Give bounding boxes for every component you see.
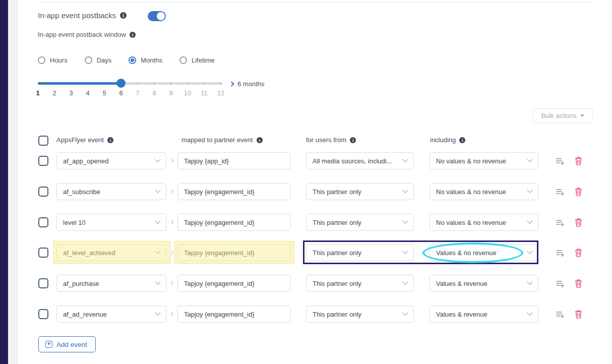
chevron-down-icon	[402, 188, 408, 193]
partner-event-value: Tapjoy {engagement_id}	[184, 311, 255, 318]
delete-row-icon[interactable]	[575, 156, 582, 165]
delete-row-icon[interactable]	[575, 310, 582, 319]
event-value: af_subscribe	[63, 188, 100, 196]
including-dropdown[interactable]: No values & no revenue	[430, 214, 538, 231]
caret-down-icon	[580, 114, 584, 117]
window-slider-handle[interactable]	[116, 79, 126, 88]
slider-dot	[203, 83, 205, 85]
column-header-for-users-from: for users from i	[306, 136, 356, 144]
row-checkbox[interactable]	[38, 217, 48, 227]
column-header-label: for users from	[306, 136, 346, 144]
row-checkbox[interactable]	[38, 156, 48, 166]
row-checkbox[interactable]	[38, 187, 48, 197]
event-dropdown[interactable]: level 10	[56, 214, 166, 231]
add-condition-icon[interactable]	[556, 157, 565, 165]
for-users-from-dropdown[interactable]: This partner only	[306, 275, 414, 292]
slider-tick: 8	[148, 89, 161, 97]
for-users-from-dropdown[interactable]: This partner only	[306, 183, 414, 200]
chevron-right-icon	[169, 190, 173, 194]
slider-value-label: 6 months	[237, 80, 264, 88]
including-value: No values & no revenue	[436, 219, 506, 226]
column-header-event: AppsFlyer event i	[56, 136, 113, 144]
table-row: af_ad_revenue Tapjoy {engagement_id} Thi…	[0, 306, 612, 323]
including-dropdown[interactable]: No values & no revenue	[430, 152, 538, 169]
partner-event-input[interactable]: Tapjoy {engagement_id}	[177, 183, 291, 200]
for-users-from-value: This partner only	[313, 311, 361, 318]
slider-tick: 1	[31, 89, 44, 97]
for-users-from-value: All media sources, includi...	[313, 157, 392, 165]
chevron-down-icon	[402, 310, 408, 316]
select-all-checkbox[interactable]	[38, 136, 48, 146]
info-icon[interactable]: i	[107, 137, 113, 143]
row-checkbox[interactable]	[38, 248, 48, 258]
for-users-from-dropdown[interactable]: This partner only	[306, 214, 414, 231]
window-slider-fill	[38, 82, 121, 85]
chevron-down-icon	[527, 279, 532, 285]
bulk-actions-button[interactable]: Bulk actions	[532, 108, 593, 123]
event-value: af_app_opened	[63, 157, 108, 165]
add-condition-icon[interactable]	[556, 218, 565, 227]
table-row: af_app_opened Tapjoy {app_id} All media …	[0, 152, 612, 169]
including-value: No values & no revenue	[436, 188, 506, 196]
chevron-down-icon	[155, 188, 160, 193]
add-condition-icon[interactable]	[556, 310, 565, 319]
slider-tick: 11	[198, 89, 211, 97]
delete-row-icon[interactable]	[575, 279, 582, 288]
add-event-button[interactable]: + Add event	[38, 336, 96, 352]
for-users-from-dropdown[interactable]: All media sources, includi...	[306, 152, 414, 169]
table-row: af_purchase Tapjoy {engagement_id} This …	[0, 275, 612, 292]
delete-row-icon[interactable]	[575, 248, 582, 257]
delete-row-icon[interactable]	[575, 218, 582, 227]
chevron-down-icon	[155, 157, 160, 162]
slider-tick: 6	[114, 89, 128, 97]
yellow-highlight-annotation	[174, 241, 294, 264]
radio-days[interactable]: Days	[85, 56, 112, 64]
partner-event-value: Tapjoy {engagement_id}	[184, 219, 255, 226]
postbacks-toggle[interactable]	[148, 11, 166, 21]
info-icon[interactable]: i	[120, 12, 127, 19]
including-dropdown[interactable]: No values & no revenue	[430, 183, 538, 200]
add-condition-icon[interactable]	[556, 249, 565, 257]
including-value: Values & revenue	[436, 280, 487, 287]
chevron-right-icon	[169, 281, 173, 285]
event-value: level 10	[63, 219, 86, 226]
event-dropdown[interactable]: af_subscribe	[56, 183, 166, 200]
row-checkbox[interactable]	[38, 309, 48, 319]
slider-value-row: 6 months	[230, 80, 264, 88]
info-icon[interactable]: i	[257, 137, 263, 143]
partner-event-value: Tapjoy {engagement_id}	[184, 188, 255, 196]
column-header-label: mapped to partner event	[181, 136, 253, 144]
add-condition-icon[interactable]	[556, 188, 565, 196]
add-condition-icon[interactable]	[556, 279, 565, 288]
radio-circle-icon	[85, 56, 92, 64]
radio-circle-icon	[38, 56, 45, 64]
partner-event-input[interactable]: Tapjoy {engagement_id}	[177, 306, 291, 323]
add-event-label: Add event	[56, 341, 87, 348]
chevron-down-icon	[402, 157, 408, 162]
table-row: af_subscribe Tapjoy {engagement_id} This…	[0, 183, 612, 200]
partner-event-input[interactable]: Tapjoy {engagement_id}	[177, 214, 291, 231]
slider-tick: 10	[181, 89, 194, 97]
including-dropdown[interactable]: Values & revenue	[430, 275, 538, 292]
radio-hours[interactable]: Hours	[38, 56, 68, 64]
for-users-from-dropdown[interactable]: This partner only	[306, 306, 414, 323]
chevron-right-icon	[229, 82, 234, 87]
row-checkbox[interactable]	[38, 278, 48, 288]
postbacks-title-row: In-app event postbacks i	[38, 11, 127, 20]
partner-event-input[interactable]: Tapjoy {engagement_id}	[177, 275, 291, 292]
event-dropdown[interactable]: af_ad_revenue	[56, 306, 166, 323]
event-dropdown[interactable]: af_purchase	[56, 275, 166, 292]
including-value: Values & revenue	[436, 311, 487, 318]
info-icon[interactable]: i	[130, 32, 136, 38]
info-icon[interactable]: i	[459, 137, 465, 143]
delete-row-icon[interactable]	[575, 187, 582, 196]
postback-window-label: In-app event postback window	[38, 31, 126, 38]
radio-lifetime[interactable]: Lifetime	[179, 56, 215, 64]
column-header-label: including	[430, 136, 456, 144]
chevron-right-icon	[169, 159, 173, 163]
including-dropdown[interactable]: Values & revenue	[430, 306, 538, 323]
event-dropdown[interactable]: af_app_opened	[56, 152, 166, 169]
partner-event-input[interactable]: Tapjoy {app_id}	[177, 152, 291, 169]
info-icon[interactable]: i	[350, 137, 356, 143]
radio-months[interactable]: Months	[129, 56, 162, 64]
